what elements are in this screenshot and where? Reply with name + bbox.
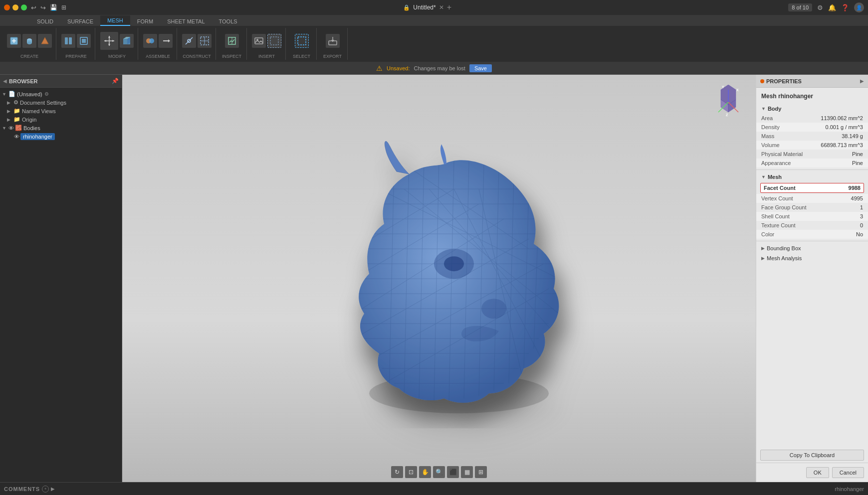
svg-rect-8	[69, 37, 72, 44]
origin-label: Origin	[22, 117, 36, 123]
grid-icon[interactable]: ⊞	[61, 4, 66, 11]
main-toolbar: CREATE PREPARE MODIFY	[0, 26, 868, 62]
construct-icon-2[interactable]	[198, 34, 212, 48]
section-divider-2	[756, 241, 868, 241]
assemble-icon-1[interactable]	[143, 34, 157, 48]
settings-icon[interactable]: ⚙	[817, 4, 823, 11]
comments-circle-icon[interactable]: +	[42, 486, 49, 493]
svg-text:X: X	[736, 88, 739, 92]
comments-expand-icon[interactable]: ▶	[51, 486, 55, 492]
props-dot	[760, 79, 764, 83]
status-bar: COMMENTS + ▶ rhinohanger	[0, 482, 868, 495]
props-footer: OK Cancel	[756, 463, 868, 482]
modify-icon-transform[interactable]	[100, 32, 118, 50]
density-key: Density	[761, 124, 826, 130]
tree-item-doc-settings[interactable]: ▶ ⚙ Document Settings	[0, 98, 122, 107]
create-icon-3[interactable]	[38, 34, 52, 48]
props-mesh-analysis[interactable]: ▶ Mesh Analysis	[756, 253, 868, 263]
construct-icon-1[interactable]	[182, 34, 196, 48]
cancel-button[interactable]: Cancel	[832, 467, 864, 478]
props-mesh-section[interactable]: ▼ Mesh	[756, 172, 868, 182]
props-body-section[interactable]: ▼ Body	[756, 104, 868, 114]
toolbar-group-insert: INSERT	[248, 28, 286, 60]
unsaved-label: Unsaved:	[387, 65, 410, 71]
browser-pin-icon[interactable]: 📌	[112, 78, 119, 84]
comments-label: COMMENTS	[4, 486, 40, 492]
construct-icons	[182, 29, 212, 53]
export-label: EXPORT	[323, 53, 342, 59]
unsaved-folder-icon: 📄	[8, 91, 15, 97]
create-icon-2[interactable]	[22, 34, 36, 48]
props-collapse-icon[interactable]: ▶	[860, 78, 864, 84]
vertex-count-val: 4995	[851, 195, 863, 201]
svg-rect-7	[65, 37, 68, 44]
bounding-arrow: ▶	[761, 246, 765, 251]
mesh-container	[304, 139, 604, 430]
mesh-nose	[481, 299, 506, 319]
tree-item-rhinohanger[interactable]: 👁 rhinohanger	[0, 132, 122, 141]
modify-icon-box[interactable]	[120, 34, 134, 48]
mesh-eye-inner	[444, 256, 464, 271]
select-label: SELECT	[293, 53, 310, 59]
tab-form[interactable]: FORM	[130, 16, 160, 26]
prepare-icon-1[interactable]	[61, 34, 75, 48]
tab-surface[interactable]: SURFACE	[60, 16, 100, 26]
tab-mesh[interactable]: MESH	[100, 15, 130, 26]
maximize-btn[interactable]	[21, 4, 27, 10]
origin-icon: 📁	[13, 116, 20, 123]
insert-icon-grid[interactable]	[267, 34, 281, 48]
tree-item-origin[interactable]: ▶ 📁 Origin	[0, 115, 122, 124]
mass-key: Mass	[761, 133, 842, 139]
viewport-display-icon[interactable]: ⬛	[447, 466, 459, 478]
browser-toggle-icon[interactable]: ◀	[3, 78, 7, 84]
unsaved-settings-icon[interactable]: ⚙	[44, 91, 49, 97]
props-header: PROPERTIES ▶	[756, 75, 868, 88]
viewport-zoom-icon[interactable]: 🔍	[433, 466, 445, 478]
assemble-icon-2[interactable]	[159, 34, 173, 48]
help-icon[interactable]: ❓	[841, 4, 849, 11]
tab-tools[interactable]: TOOLS	[212, 16, 244, 26]
unsaved-message: Changes may be lost	[414, 65, 465, 71]
body-section-label: Body	[768, 106, 782, 112]
svg-point-5	[27, 41, 32, 44]
tree-item-unsaved[interactable]: ▼ 📄 (Unsaved) ⚙	[0, 90, 122, 98]
warning-icon: ⚠	[376, 64, 383, 72]
viewport-snap-icon[interactable]: ⊡	[405, 466, 417, 478]
user-avatar[interactable]: 👤	[854, 2, 864, 12]
tab-sheet-metal[interactable]: SHEET METAL	[160, 16, 212, 26]
inspect-icon-1[interactable]	[225, 34, 239, 48]
title-close-icon[interactable]: ✕	[439, 4, 444, 11]
minimize-btn[interactable]	[12, 4, 18, 10]
props-row-appearance: Appearance Pine	[756, 159, 868, 167]
title-bar-left: ↩ ↪ 💾 ⊞	[4, 4, 66, 11]
select-icon-1[interactable]	[295, 34, 309, 48]
status-right-label: rhinohanger	[835, 486, 864, 492]
viewport-grid-icon-2[interactable]: ⊞	[475, 466, 487, 478]
ok-button[interactable]: OK	[806, 467, 829, 478]
tree-item-bodies[interactable]: ▼ 👁 🧱 Bodies	[0, 124, 122, 132]
export-icon-1[interactable]	[326, 34, 340, 48]
save-button[interactable]: Save	[469, 64, 492, 72]
viewport-pan-icon[interactable]: ✋	[419, 466, 431, 478]
create-icon-1[interactable]	[7, 34, 21, 48]
tree-item-named-views[interactable]: ▶ 📁 Named Views	[0, 107, 122, 115]
save-icon[interactable]: 💾	[50, 4, 57, 11]
notification-icon[interactable]: 🔔	[828, 4, 836, 11]
status-comments: COMMENTS + ▶	[4, 486, 55, 493]
mesh-body-group	[354, 144, 559, 403]
prepare-icon-2[interactable]	[77, 34, 91, 48]
insert-icon-image[interactable]	[252, 34, 266, 48]
undo-icon[interactable]: ↩	[31, 4, 36, 11]
viewport[interactable]: Y X Z	[122, 75, 756, 482]
face-group-val: 1	[860, 204, 863, 210]
assemble-icons	[143, 29, 173, 53]
title-add-icon[interactable]: +	[447, 3, 451, 12]
tab-solid[interactable]: SOLID	[30, 16, 60, 26]
props-bounding-box[interactable]: ▶ Bounding Box	[756, 243, 868, 253]
bounding-label: Bounding Box	[767, 245, 801, 251]
viewport-rotate-icon[interactable]: ↻	[391, 466, 403, 478]
redo-icon[interactable]: ↪	[40, 4, 46, 11]
close-btn[interactable]	[4, 4, 10, 10]
viewport-grid-icon-1[interactable]: ▦	[461, 466, 473, 478]
copy-to-clipboard-button[interactable]: Copy To Clipboard	[760, 450, 864, 461]
